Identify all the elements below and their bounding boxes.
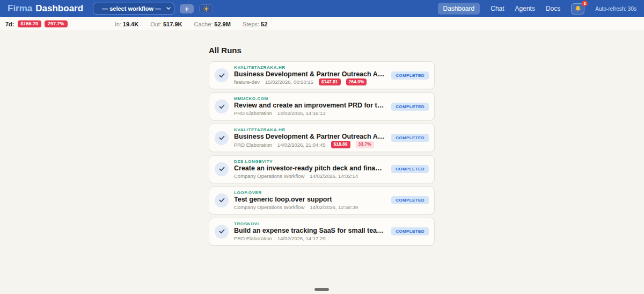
brand-firma: Firma xyxy=(8,3,32,14)
run-timestamp: 14/02/2026, 21:04:45 xyxy=(277,141,326,148)
period-label: 7d: xyxy=(5,21,14,27)
run-timestamp: 14/02/2026, 12:58:39 xyxy=(310,204,358,211)
run-workflow: PRD Elaboration xyxy=(234,141,272,148)
brand-dashboard: Dashboard xyxy=(35,3,83,14)
run-card[interactable]: MMUCKO.COM Review and create an improvem… xyxy=(209,92,435,120)
run-title: Build an expense tracking SaaS for small… xyxy=(234,227,386,235)
run-card[interactable]: KVALITETAZRAKA.HR Business Development &… xyxy=(209,61,435,89)
run-workflow: feature-dev xyxy=(234,78,260,85)
stats-bar: 7d: $166.70 297.7% In:19.4K Out:517.9K C… xyxy=(0,17,644,31)
add-workflow-button[interactable]: + xyxy=(180,4,194,13)
metric-cache: Cache:52.9M xyxy=(194,21,230,27)
period-badges: $166.70 297.7% xyxy=(18,20,68,28)
run-card-body: KVALITETAZRAKA.HR Business Development &… xyxy=(234,65,386,85)
run-title: Business Development & Partner Outreach … xyxy=(234,70,386,78)
run-card[interactable]: KVALITETAZRAKA.HR Business Development &… xyxy=(209,124,435,152)
check-circle-icon xyxy=(215,162,229,176)
run-roi-badge: 264.0% xyxy=(346,78,367,85)
run-timestamp: 14/02/2026, 14:17:29 xyxy=(277,235,326,242)
run-title: Test generic loop.over support xyxy=(234,196,386,204)
app-logo[interactable]: Firma Dashboard xyxy=(8,3,83,14)
run-card-body: MMUCKO.COM Review and create an improvem… xyxy=(234,96,386,117)
auto-refresh-label: Auto-refresh: 30s xyxy=(595,6,636,12)
run-timestamp: 15/02/2026, 00:50:15 xyxy=(265,78,313,85)
check-circle-icon xyxy=(215,225,229,239)
run-domain: KVALITETAZRAKA.HR xyxy=(234,65,386,70)
metric-out-value: 517.9K xyxy=(163,21,182,27)
run-workflow: Company Operations Workflow xyxy=(234,173,304,180)
check-circle-icon xyxy=(215,193,229,207)
run-title: Review and create an improvement PRD for… xyxy=(234,102,386,110)
run-card[interactable]: LOOP.OVER Test generic loop.over support… xyxy=(209,187,435,214)
run-cost-badge: $18.89 xyxy=(331,141,350,148)
metric-in: In:19.4K xyxy=(115,21,139,27)
status-badge: COMPLETED xyxy=(391,134,429,142)
metric-out-label: Out: xyxy=(150,21,162,27)
run-card[interactable]: TROSKOVI Build an expense tracking SaaS … xyxy=(209,218,435,246)
run-meta: Company Operations Workflow 14/02/2026, … xyxy=(234,173,386,180)
run-domain: TROSKOVI xyxy=(234,221,386,227)
navbar-right: Dashboard Chat Agents Docs 3 Auto-refres… xyxy=(438,3,637,15)
run-roi-badge: 33.7% xyxy=(356,141,374,148)
nav-link-docs[interactable]: Docs xyxy=(546,5,560,12)
notification-count-badge: 3 xyxy=(582,1,588,6)
status-badge: COMPLETED xyxy=(391,196,429,204)
run-workflow: Company Operations Workflow xyxy=(234,204,304,211)
check-circle-icon xyxy=(215,68,229,82)
workflow-select[interactable]: — select workflow — xyxy=(93,3,174,15)
runs-column: All Runs KVALITETAZRAKA.HR Business Deve… xyxy=(209,31,435,246)
roi-badge: 297.7% xyxy=(45,20,68,28)
run-domain: LOOP.OVER xyxy=(234,190,386,196)
metric-steps-value: 52 xyxy=(261,21,267,27)
run-card-body: KVALITETAZRAKA.HR Business Development &… xyxy=(234,127,386,148)
run-meta: PRD Elaboration 14/02/2026, 14:16:13 xyxy=(234,110,386,117)
run-meta: feature-dev 15/02/2026, 00:50:15 $147.81… xyxy=(234,78,386,85)
nav-link-agents[interactable]: Agents xyxy=(515,5,535,12)
run-domain: DZS LONGEVITY xyxy=(234,159,386,164)
page-title: All Runs xyxy=(209,46,435,55)
metric-in-label: In: xyxy=(115,21,121,27)
theme-toggle-button[interactable] xyxy=(199,4,213,13)
run-timestamp: 14/02/2026, 14:02:14 xyxy=(310,173,358,180)
bell-icon xyxy=(575,5,581,12)
check-circle-icon xyxy=(215,99,229,113)
run-timestamp: 14/02/2026, 14:16:13 xyxy=(277,110,326,117)
run-domain: KVALITETAZRAKA.HR xyxy=(234,127,386,133)
nav-link-dashboard[interactable]: Dashboard xyxy=(438,3,480,15)
run-card[interactable]: DZS LONGEVITY Create an investor-ready p… xyxy=(209,155,435,183)
sun-icon xyxy=(203,6,209,12)
top-navbar: Firma Dashboard — select workflow — + Da… xyxy=(0,0,644,17)
status-badge: COMPLETED xyxy=(391,71,429,80)
run-title: Create an investor-ready pitch deck and … xyxy=(234,164,386,173)
workflow-select-wrap: — select workflow — xyxy=(93,3,174,15)
metric-cache-value: 52.9M xyxy=(214,21,231,27)
run-card-body: LOOP.OVER Test generic loop.over support… xyxy=(234,190,386,211)
notifications-wrap: 3 xyxy=(571,3,584,15)
stats-metrics: In:19.4K Out:517.9K Cache:52.9M Steps:52 xyxy=(115,21,268,27)
status-badge: COMPLETED xyxy=(391,227,429,235)
run-cost-badge: $147.81 xyxy=(319,78,341,85)
metric-steps-label: Steps: xyxy=(243,21,259,27)
run-workflow: PRD Elaboration xyxy=(234,110,272,117)
status-badge: COMPLETED xyxy=(391,103,429,111)
run-card-body: DZS LONGEVITY Create an investor-ready p… xyxy=(234,159,386,180)
run-meta: PRD Elaboration 14/02/2026, 14:17:29 xyxy=(234,235,386,242)
run-workflow: PRD Elaboration xyxy=(234,235,272,242)
metric-in-value: 19.4K xyxy=(123,21,138,27)
horizontal-scrollbar-thumb[interactable] xyxy=(314,288,329,291)
run-meta: Company Operations Workflow 14/02/2026, … xyxy=(234,204,386,211)
run-meta: PRD Elaboration 14/02/2026, 21:04:45 $18… xyxy=(234,141,386,148)
cost-badge: $166.70 xyxy=(18,20,42,28)
run-card-body: TROSKOVI Build an expense tracking SaaS … xyxy=(234,221,386,242)
metric-out: Out:517.9K xyxy=(150,21,182,27)
check-circle-icon xyxy=(215,131,229,145)
metric-cache-label: Cache: xyxy=(194,21,213,27)
status-badge: COMPLETED xyxy=(391,165,429,173)
metric-steps: Steps:52 xyxy=(243,21,267,27)
run-domain: MMUCKO.COM xyxy=(234,96,386,102)
nav-link-chat[interactable]: Chat xyxy=(491,5,504,12)
run-title: Business Development & Partner Outreach … xyxy=(234,133,386,141)
